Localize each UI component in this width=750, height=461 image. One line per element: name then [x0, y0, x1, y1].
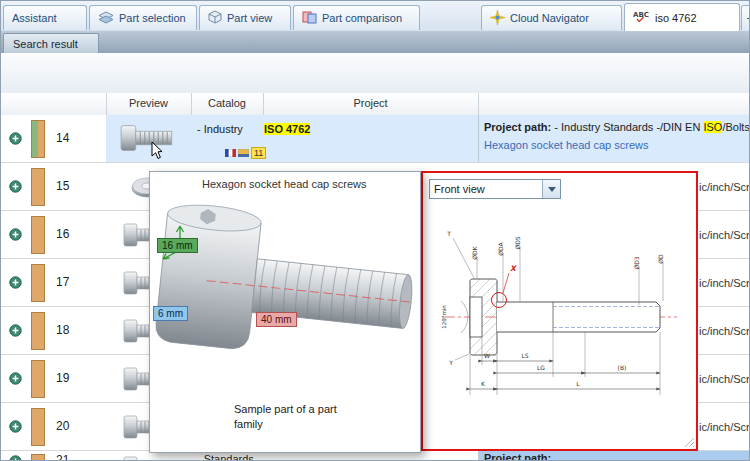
result-tab-bar: Search result — [1, 31, 749, 54]
dropdown-arrow-button[interactable] — [542, 180, 560, 198]
compare-icon — [302, 10, 317, 26]
tab-part-view[interactable]: Part view — [199, 5, 291, 30]
new-tab-button[interactable]: + — [741, 5, 750, 30]
tab-search-result[interactable]: Search result — [3, 33, 99, 53]
tab-cloud-navigator[interactable]: Cloud Navigator — [481, 5, 622, 30]
caption-line: Sample part of a part — [234, 402, 337, 417]
dim-label-lg: LG — [537, 364, 545, 371]
dim-label-d: ØD — [657, 254, 664, 264]
expand-plus-icon[interactable] — [9, 276, 22, 289]
row-selected-details: Project path: ic/inch/Scre — [478, 451, 749, 461]
dim-label-angle: 120°min — [441, 305, 447, 329]
row-details: Project path: - Industry Standards -/DIN… — [478, 115, 749, 162]
tab-label: Search result — [13, 38, 78, 50]
dim-label-ds: ØDS — [514, 236, 521, 249]
status-color-bar — [31, 216, 45, 254]
row-number: 16 — [56, 227, 69, 241]
column-header-project[interactable]: Project — [263, 97, 478, 109]
status-color-bar — [31, 168, 45, 206]
row-number: 19 — [56, 371, 69, 385]
part-preview-popup: Hexagon socket head cap screws — [149, 171, 421, 453]
row-number: 14 — [56, 131, 69, 145]
part-thumbnail[interactable] — [123, 453, 171, 461]
project-path-label: Project path: — [484, 121, 551, 133]
dim-label-ls: LS — [521, 352, 528, 359]
star-compass-icon — [490, 10, 505, 27]
cube-icon — [208, 10, 222, 26]
chevron-down-icon — [548, 187, 556, 192]
view-selector-dropdown[interactable]: Front view — [429, 179, 561, 199]
tab-part-comparison[interactable]: Part comparison — [293, 5, 420, 30]
popup-title: Hexagon socket head cap screws — [202, 178, 366, 190]
abc-check-icon: ABC — [633, 10, 650, 25]
project-path-text: - Industry Standards -/DIN EN — [551, 121, 703, 133]
search-term-highlight: ISO — [703, 121, 722, 133]
status-color-bar — [31, 264, 45, 302]
status-color-bar — [31, 408, 45, 446]
expand-plus-icon[interactable] — [9, 455, 22, 461]
expand-plus-icon[interactable] — [9, 420, 22, 433]
catalog-name: - Standards — [197, 453, 254, 461]
dimension-chip-head-height: 16 mm — [157, 238, 198, 253]
project-name-link[interactable]: Hexagon socket head cap screws — [484, 139, 648, 151]
catalog-flags: 11 — [225, 147, 266, 159]
status-color-bar — [31, 360, 45, 398]
tab-label: Part comparison — [322, 12, 402, 24]
flag-icon — [225, 149, 236, 157]
view-selector-value: Front view — [430, 183, 542, 195]
expand-plus-icon[interactable] — [9, 180, 22, 193]
tab-label: Part selection — [119, 12, 186, 24]
column-header-preview[interactable]: Preview — [106, 97, 191, 109]
status-color-bar — [31, 312, 45, 350]
search-toolbar: Filter: All catalogs — [1, 53, 749, 94]
path-fragment: ic/inch/Scre — [699, 421, 750, 433]
technical-drawing: T ØDK ØDA ØDS ØD3 ØD X 120°min Y W LS LG… — [425, 205, 693, 443]
status-color-bar — [31, 454, 45, 461]
dim-label-da: ØDA — [497, 241, 504, 255]
dim-label-x: X — [510, 264, 517, 273]
svg-text:ABC: ABC — [633, 11, 649, 19]
dim-label-dk: ØDK — [471, 245, 478, 259]
dim-label-t: T — [446, 230, 451, 237]
tab-label: Part view — [227, 12, 272, 24]
tab-assistant[interactable]: Assistant — [3, 5, 87, 30]
path-fragment: ic/inch/Scre — [699, 181, 750, 193]
catalog-name: - Industry — [197, 123, 243, 135]
row-number: 20 — [56, 419, 69, 433]
tab-label: Assistant — [12, 12, 57, 24]
path-fragment: ic/inch/Scre — [699, 325, 750, 337]
dimension-chip-length: 40 mm — [256, 312, 297, 327]
project-path-text: /Bolts/ — [722, 121, 749, 133]
resize-grip-icon[interactable] — [683, 436, 695, 448]
column-header-catalog[interactable]: Catalog — [191, 97, 263, 109]
project-name-highlighted: ISO 4762 — [264, 123, 310, 135]
row-number: 21 — [56, 453, 69, 461]
mouse-cursor-icon — [151, 141, 163, 160]
dim-label-w: W — [484, 352, 490, 359]
parts-catalog-window: Assistant Part selection Part view Part … — [0, 0, 750, 461]
tab-label: Cloud Navigator — [510, 12, 589, 24]
status-color-bar — [31, 120, 45, 158]
tab-iso-4762[interactable]: ABC iso 4762 — [624, 3, 740, 31]
dim-label-y: Y — [448, 359, 453, 366]
table-row[interactable]: 14 - Industry 11 ISO 4762 Project path: … — [1, 115, 749, 163]
dim-label-k: K — [481, 380, 486, 387]
part-drawing-panel: Front view — [421, 171, 698, 451]
expand-plus-icon[interactable] — [9, 324, 22, 337]
expand-plus-icon[interactable] — [9, 228, 22, 241]
dim-label-d3: ØD3 — [633, 256, 640, 269]
part-3d-preview — [150, 192, 422, 402]
layers-icon — [98, 11, 114, 26]
catalog-count-badge: 11 — [251, 147, 266, 159]
row-number: 15 — [56, 179, 69, 193]
table-header: Preview Catalog Project — [1, 93, 749, 116]
dim-label-b: (B) — [618, 364, 627, 371]
expand-plus-icon[interactable] — [9, 372, 22, 385]
main-tab-bar: Assistant Part selection Part view Part … — [1, 1, 749, 32]
tab-part-selection[interactable]: Part selection — [89, 5, 197, 30]
tab-label: iso 4762 — [655, 12, 697, 24]
part-thumbnail[interactable] — [120, 121, 174, 155]
dim-label-l: L — [576, 380, 580, 387]
path-fragment: ic/inch/Scre — [699, 277, 750, 289]
expand-plus-icon[interactable] — [9, 132, 22, 145]
